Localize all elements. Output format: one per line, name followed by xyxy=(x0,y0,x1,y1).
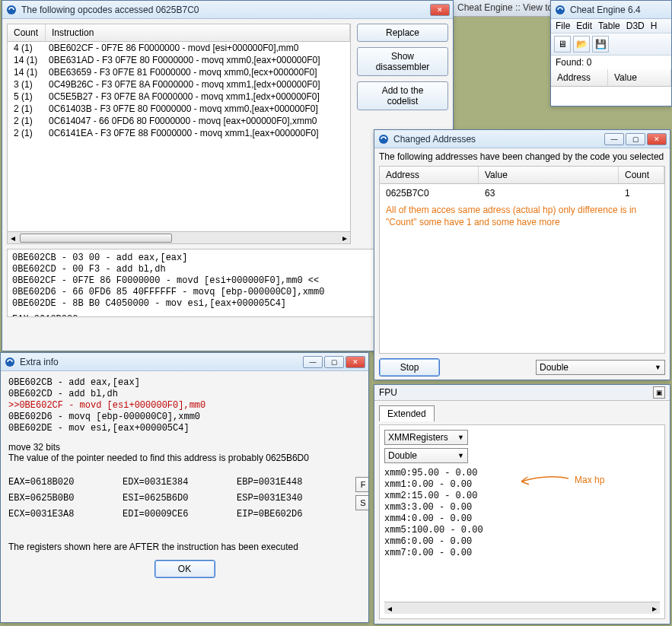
menu-table[interactable]: Table xyxy=(598,21,620,31)
fpu-title: FPU xyxy=(379,387,653,398)
register-grid: EAX=0618B020 EDX=0031E384 EBP=0031E448 E… xyxy=(8,477,351,520)
reg-ecx: ECX=0031E3A8 xyxy=(8,509,123,520)
ce-resultshead: Address Value xyxy=(551,69,671,87)
opcodes-listhead: Count Instruction xyxy=(8,24,350,42)
add-codelist-button[interactable]: Add to the codelist xyxy=(357,81,448,110)
chevron-down-icon: ▼ xyxy=(654,364,661,371)
xmm-line: xmm2:15.00 - 0.00 xyxy=(384,491,660,502)
ok-button[interactable]: OK xyxy=(154,560,215,578)
ce-icon xyxy=(5,4,18,16)
collapse-icon[interactable]: ▣ xyxy=(653,386,665,399)
stop-button[interactable]: Stop xyxy=(379,358,440,377)
close-icon[interactable]: ✕ xyxy=(430,4,450,16)
col-value[interactable]: Value xyxy=(479,167,619,183)
disasm-line: 0BE602CD - add bl,dh xyxy=(8,389,361,400)
type-select[interactable]: Double ▼ xyxy=(536,360,665,375)
maximize-icon[interactable]: ▢ xyxy=(324,356,344,368)
annotation-text: All of them acces same adress (actual hp… xyxy=(380,199,664,233)
close-icon[interactable]: ✕ xyxy=(647,133,667,145)
fpu-window: FPU ▣ Extended XMMRegisters▼ Double▼ xmm… xyxy=(374,384,670,624)
table-row[interactable]: 3 (1)0C49B26C - F3 0F7E 8A F0000000 - mo… xyxy=(8,78,350,91)
changed-desc: The following addresses have been change… xyxy=(379,151,665,163)
table-row[interactable]: 2 (1)0C6141EA - F3 0F7E 88 F0000000 - mo… xyxy=(8,127,350,139)
tab-extended[interactable]: Extended xyxy=(379,405,435,421)
changed-listbody[interactable]: 0625B7C0 63 1 All of them acces same adr… xyxy=(380,184,664,353)
col-value[interactable]: Value xyxy=(608,69,671,86)
col-instruction[interactable]: Instruction xyxy=(46,24,350,41)
disasm-line: 0BE602D6 - movq [ebp-000000C0],xmm0 xyxy=(8,412,361,423)
show-disassembler-button[interactable]: Show disassembler xyxy=(357,47,448,76)
found-label: Found: 0 xyxy=(551,56,671,69)
disasm-line: 0BE602DE - mov esi,[eax+000005C4] xyxy=(8,423,361,434)
open-file-icon[interactable]: 📂 xyxy=(573,36,590,52)
table-row[interactable]: 2 (1)0C61403B - F3 0F7E 80 F0000000 - mo… xyxy=(8,103,350,115)
xmm-line: xmm6:0.00 - 0.00 xyxy=(384,536,660,548)
extrainfo-title: Extra info xyxy=(20,357,303,367)
reg-ebx: EBX=0625B0B0 xyxy=(8,493,123,504)
open-process-icon[interactable]: 🖥 xyxy=(554,36,571,52)
opcodes-listbody[interactable]: 4 (1)0BE602CF - 0F7E 86 F0000000 - movd … xyxy=(8,42,350,231)
xmm-line: xmm5:100.00 - 0.00 xyxy=(384,525,660,536)
table-row[interactable]: 0625B7C0 63 1 xyxy=(380,187,664,199)
col-address[interactable]: Address xyxy=(380,167,479,183)
reg-eip: EIP=0BE602D6 xyxy=(237,509,351,520)
svg-point-2 xyxy=(379,135,388,144)
ce-menubar: File Edit Table D3D H xyxy=(551,19,671,33)
info-movebits: move 32 bits xyxy=(8,442,361,453)
menu-edit[interactable]: Edit xyxy=(576,21,592,31)
ce-icon xyxy=(4,356,16,368)
opcodes-titlebar[interactable]: The following opcodes accessed 0625B7C0 … xyxy=(2,1,453,19)
extrainfo-disasm: 0BE602CB - add eax,[eax] 0BE602CD - add … xyxy=(8,377,361,434)
table-row[interactable]: 2 (1)0C614047 - 66 0FD6 80 F0000000 - mo… xyxy=(8,115,350,127)
ce-main-title: Cheat Engine 6.4 xyxy=(570,5,668,15)
info-pointer: The value of the pointer needed to find … xyxy=(8,453,361,463)
menu-d3d[interactable]: D3D xyxy=(626,21,645,31)
extrainfo-window: Extra info — ▢ ✕ 0BE602CB - add eax,[eax… xyxy=(0,352,369,623)
disasm-line-selected: >>0BE602CF - movd [esi+000000F0],mm0 xyxy=(8,400,361,412)
reg-eax: EAX=0618B020 xyxy=(8,477,123,488)
table-row[interactable]: 14 (1)0BE631AD - F3 0F7E 80 F0000000 - m… xyxy=(8,54,350,66)
f-button[interactable]: F xyxy=(355,477,368,492)
h-scrollbar[interactable]: ◂ ▸ xyxy=(8,231,350,243)
menu-h[interactable]: H xyxy=(651,21,658,31)
ce-main-window: Cheat Engine 6.4 File Edit Table D3D H 🖥… xyxy=(550,0,672,106)
changed-window: Changed Addresses — ▢ ✕ The following ad… xyxy=(374,129,670,380)
close-icon[interactable]: ✕ xyxy=(346,356,365,368)
maximize-icon[interactable]: ▢ xyxy=(626,133,645,145)
s-button[interactable]: S xyxy=(355,495,368,510)
maxhp-annotation: Max hp xyxy=(517,472,604,488)
changed-title: Changed Addresses xyxy=(393,134,604,145)
arrow-icon xyxy=(517,472,570,488)
col-address[interactable]: Address xyxy=(551,69,608,86)
xmm-line: xmm7:0.00 - 0.00 xyxy=(384,548,660,559)
menu-file[interactable]: File xyxy=(556,21,570,31)
svg-point-3 xyxy=(5,357,14,367)
minimize-icon[interactable]: — xyxy=(303,356,323,368)
replace-button[interactable]: Replace xyxy=(357,24,448,42)
reg-ebp: EBP=0031E448 xyxy=(237,477,351,488)
extrainfo-footer: The registers shown here are AFTER the i… xyxy=(8,542,361,552)
ce-main-titlebar[interactable]: Cheat Engine 6.4 xyxy=(551,1,671,19)
xmm-select[interactable]: XMMRegisters▼ xyxy=(384,430,468,445)
save-icon[interactable]: 💾 xyxy=(592,36,609,52)
table-row[interactable]: 5 (1)0C5E5B27 - F3 0F7E 8A F0000000 - mo… xyxy=(8,91,350,103)
ce-icon xyxy=(377,133,390,145)
xmm-line: xmm4:0.00 - 0.00 xyxy=(384,513,660,525)
reg-edi: EDI=00009CE6 xyxy=(123,509,237,520)
maxhp-label: Max hp xyxy=(575,475,604,485)
disasm-line: 0BE602CB - add eax,[eax] xyxy=(8,377,361,389)
reg-edx: EDX=0031E384 xyxy=(123,477,237,488)
opcodes-title: The following opcodes accessed 0625B7C0 xyxy=(21,5,430,15)
col-count[interactable]: Count xyxy=(8,24,46,41)
col-count[interactable]: Count xyxy=(619,167,664,183)
svg-point-0 xyxy=(556,5,565,14)
table-row[interactable]: 14 (1)0BE63659 - F3 0F7E 81 F0000000 - m… xyxy=(8,66,350,78)
extrainfo-titlebar[interactable]: Extra info — ▢ ✕ xyxy=(1,353,368,371)
changed-titlebar[interactable]: Changed Addresses — ▢ ✕ xyxy=(374,130,670,148)
fpu-h-scrollbar[interactable]: ◂▸ xyxy=(384,602,660,614)
reg-esi: ESI=0625B6D0 xyxy=(123,493,237,504)
minimize-icon[interactable]: — xyxy=(604,133,624,145)
type-select-fpu[interactable]: Double▼ xyxy=(384,448,468,463)
svg-point-1 xyxy=(7,5,16,14)
table-row[interactable]: 4 (1)0BE602CF - 0F7E 86 F0000000 - movd … xyxy=(8,42,350,54)
